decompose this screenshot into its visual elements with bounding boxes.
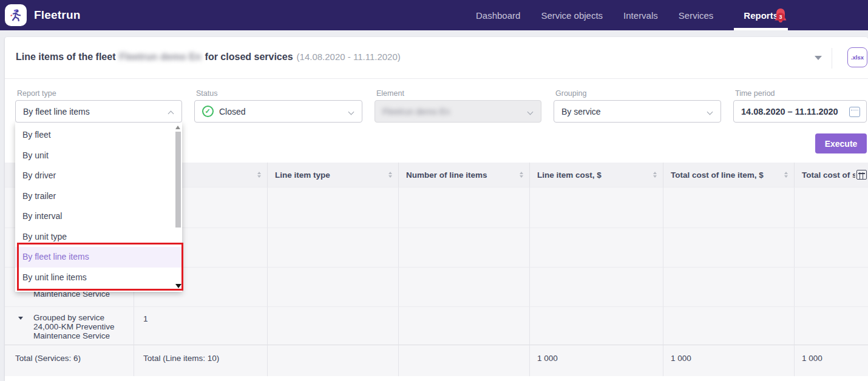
chevron-down-icon — [527, 109, 534, 115]
element-label: Element — [376, 89, 404, 98]
scroll-up-arrow-icon[interactable] — [175, 126, 180, 129]
option-by-trailer[interactable]: By trailer — [15, 186, 182, 207]
column-header-line-item-type[interactable]: Line item type — [267, 163, 398, 187]
nav-dashboard[interactable]: Dashboard — [476, 0, 520, 30]
chevron-up-icon — [168, 111, 174, 117]
report-type-select[interactable]: By fleet line items — [15, 100, 182, 123]
report-type-dropdown: By fleet By unit By driver By trailer By… — [15, 123, 182, 292]
report-type-value: By fleet line items — [23, 107, 90, 116]
export-xlsx-button[interactable]: .xlsx — [847, 47, 867, 67]
report-title-bar: Line items of the fleetFleetrun demo Enf… — [5, 37, 868, 79]
scroll-down-arrow-icon[interactable] — [175, 284, 181, 288]
chevron-down-icon — [348, 109, 354, 115]
column-header-total-cost-line-item[interactable]: Total cost of line item, $ — [663, 163, 794, 187]
sort-icon[interactable] — [520, 172, 523, 178]
sort-icon[interactable] — [784, 172, 788, 178]
report-title: Line items of the fleetFleetrun demo Enf… — [16, 52, 401, 62]
element-value-blurred: Fleetrun demo En — [382, 107, 450, 116]
execute-button[interactable]: Execute — [815, 133, 867, 153]
option-by-fleet[interactable]: By fleet — [15, 125, 182, 146]
nav-services[interactable]: Services — [679, 0, 714, 30]
status-label: Status — [196, 89, 217, 98]
title-suffix: for closed services — [205, 52, 293, 62]
grouping-label: Grouping — [555, 89, 586, 98]
sort-icon[interactable] — [388, 172, 392, 178]
title-prefix: Line items of the fleet — [16, 52, 115, 62]
line-items-count-cell: 1 — [134, 306, 267, 345]
main-nav: Dashboard Service objects Intervals Serv… — [476, 0, 788, 30]
total-cost-cell: 1 000 — [794, 345, 868, 376]
total-services-cell: Total (Services: 6) — [5, 345, 134, 376]
total-line-item-cost-cell: 1 000 — [529, 345, 663, 376]
option-by-unit[interactable]: By unit — [15, 146, 182, 166]
chevron-down-icon — [707, 109, 713, 115]
option-by-unit-type[interactable]: By unit type — [15, 227, 182, 248]
top-navigation-bar: Fleetrun Dashboard Service objects Inter… — [0, 0, 868, 30]
grouping-select[interactable]: By service — [554, 100, 721, 123]
sort-icon[interactable] — [257, 172, 261, 178]
status-select[interactable]: Closed — [194, 100, 362, 123]
title-date-range: (14.08.2020 - 11.11.2020) — [297, 52, 401, 62]
option-by-fleet-line-items[interactable]: By fleet line items — [15, 247, 182, 268]
runner-icon — [8, 8, 23, 22]
table-total-row: Total (Services: 6) Total (Line items: 1… — [5, 345, 868, 376]
total-cost-line-item-cell: 1 000 — [663, 345, 794, 376]
scrollbar-thumb[interactable] — [175, 132, 181, 228]
time-period-field[interactable]: 14.08.2020 – 11.11.2020 — [733, 100, 867, 123]
report-type-label: Report type — [17, 89, 56, 98]
column-header-number-of-line-items[interactable]: Number of line items — [398, 163, 529, 187]
grouping-value: By service — [561, 107, 601, 116]
notifications-bell-icon[interactable]: 3 — [773, 7, 788, 24]
time-period-label: Time period — [735, 89, 775, 98]
element-select: Fleetrun demo En — [375, 100, 541, 123]
column-header-total-cost[interactable]: Total cost of s — [794, 163, 868, 187]
option-by-unit-line-items[interactable]: By unit line items — [15, 268, 182, 288]
option-by-interval[interactable]: By interval — [15, 206, 182, 227]
report-card: Line items of the fleetFleetrun demo Enf… — [5, 37, 868, 381]
dropdown-scrollbar[interactable] — [174, 123, 182, 292]
option-by-driver[interactable]: By driver — [15, 166, 182, 186]
nav-service-objects[interactable]: Service objects — [541, 0, 603, 30]
status-closed-check-icon — [202, 106, 214, 117]
fleet-name-blurred: Fleetrun demo En — [119, 52, 201, 62]
brand-title: Fleetrun — [34, 0, 81, 30]
status-value: Closed — [219, 107, 246, 116]
service-group-cell: Grouped by service 24,000-KM Preventive … — [5, 306, 134, 345]
fleetrun-logo[interactable] — [5, 4, 27, 26]
notification-count-badge: 3 — [776, 13, 785, 21]
nav-intervals[interactable]: Intervals — [623, 0, 658, 30]
total-line-items-cell: Total (Line items: 10) — [134, 345, 267, 376]
title-divider — [832, 48, 832, 69]
sort-icon[interactable] — [653, 172, 657, 178]
collapse-chevron-icon[interactable] — [815, 56, 822, 60]
fleetrun-app: Fleetrun Dashboard Service objects Inter… — [0, 0, 868, 381]
collapse-row-arrow-icon[interactable] — [18, 317, 23, 320]
column-settings-icon[interactable] — [855, 170, 867, 180]
table-row: Grouped by service 24,000-KM Preventive … — [5, 306, 868, 345]
calendar-icon[interactable] — [849, 107, 860, 117]
column-header-line-item-cost[interactable]: Line item cost, $ — [529, 163, 663, 187]
time-period-value: 14.08.2020 – 11.11.2020 — [741, 107, 838, 116]
